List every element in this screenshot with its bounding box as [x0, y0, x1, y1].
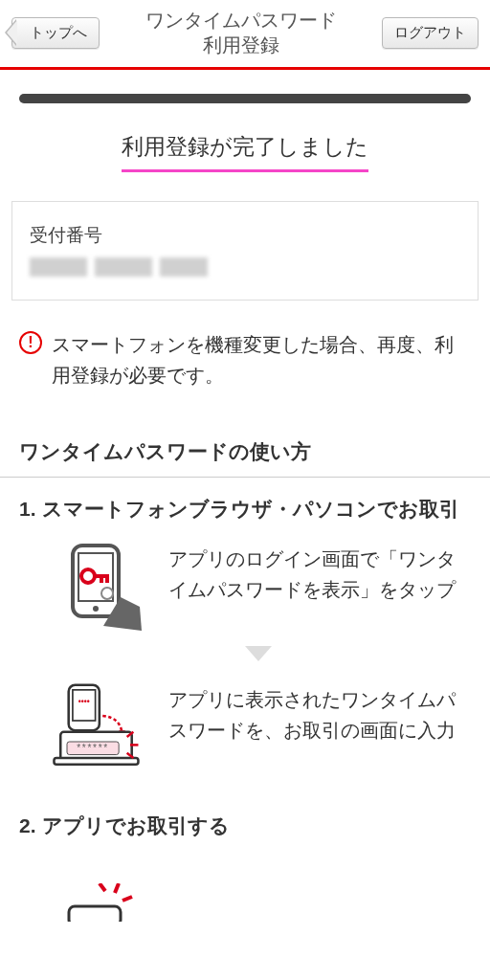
howto-title: ワンタイムパスワードの使い方	[0, 419, 490, 477]
step-1-item-1-desc: アプリのログイン画面で「ワンタイムパスワードを表示」をタップ	[168, 540, 471, 605]
step-1-item-2: •••• ****** アプリに表示されたワンタイムパスワードを、お取引の画面に…	[19, 680, 471, 771]
warning-text: スマートフォンを機種変更した場合、再度、利用登録が必要です。	[52, 329, 471, 390]
step-1-num: 1.	[19, 495, 36, 523]
page-title: ワンタイムパスワード 利用登録	[100, 8, 382, 57]
step-1-item-1: アプリのログイン画面で「ワンタイムパスワードを表示」をタップ	[19, 540, 471, 631]
warning-row: ! スマートフォンを機種変更した場合、再度、利用登録が必要です。	[0, 329, 490, 419]
step-2-title-text: アプリでお取引する	[42, 812, 230, 839]
step-1: 1. スマートフォンブラウザ・パソコンでお取引 アプリのログイン画面で「ワンタイ…	[0, 495, 490, 792]
step-1-item-2-desc: アプリに表示されたワンタイムパスワードを、お取引の画面に入力	[168, 680, 471, 746]
svg-rect-14	[54, 758, 138, 765]
progress-bar	[19, 94, 471, 103]
svg-text:••••: ••••	[78, 697, 90, 706]
svg-line-22	[122, 897, 132, 901]
step-2-title: 2. アプリでお取引する	[19, 812, 471, 839]
step-1-title: 1. スマートフォンブラウザ・パソコンでお取引	[19, 495, 471, 523]
step-2: 2. アプリでお取引する	[0, 812, 490, 969]
arrow-down-icon	[19, 642, 471, 669]
divider	[0, 477, 490, 478]
back-button[interactable]: トップへ	[11, 17, 100, 49]
svg-marker-8	[245, 646, 272, 661]
receipt-box: 受付番号	[11, 201, 479, 301]
header: トップへ ワンタイムパスワード 利用登録 ログアウト	[0, 0, 490, 70]
step-2-num: 2.	[19, 812, 36, 839]
phone-key-tap-icon	[46, 540, 151, 631]
app-sparkle-icon	[46, 858, 151, 948]
receipt-label: 受付番号	[30, 223, 460, 248]
complete-message-wrap: 利用登録が完了しました	[0, 132, 490, 201]
logout-button[interactable]: ログアウト	[382, 17, 479, 49]
complete-message: 利用登録が完了しました	[122, 132, 368, 172]
receipt-value-redacted	[30, 257, 460, 277]
svg-rect-23	[69, 906, 121, 922]
svg-line-20	[100, 883, 105, 891]
svg-line-21	[115, 883, 119, 893]
progress-area	[0, 70, 490, 132]
svg-text:******: ******	[77, 744, 109, 754]
step-1-title-text: スマートフォンブラウザ・パソコンでお取引	[42, 495, 459, 523]
svg-point-2	[93, 606, 99, 612]
warning-icon: !	[19, 331, 42, 354]
phone-to-laptop-icon: •••• ******	[46, 680, 151, 771]
step-2-item-partial	[19, 858, 471, 948]
